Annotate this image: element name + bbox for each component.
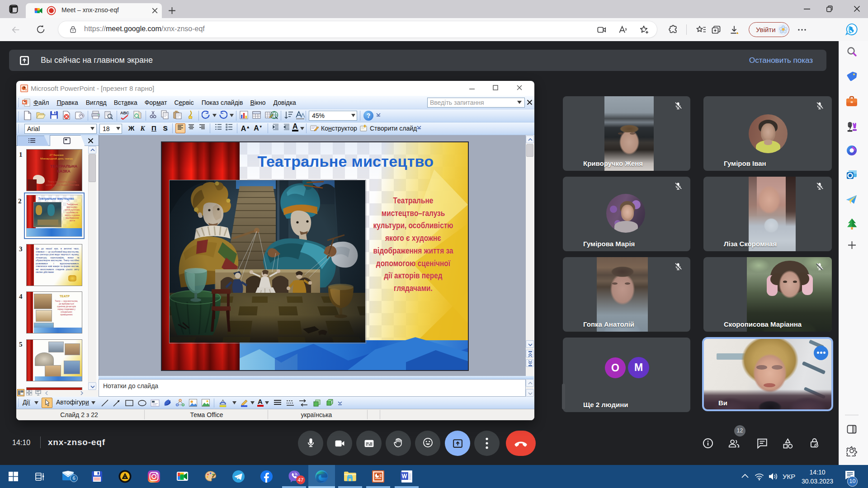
svg-text:ABC: ABC [120,111,129,115]
